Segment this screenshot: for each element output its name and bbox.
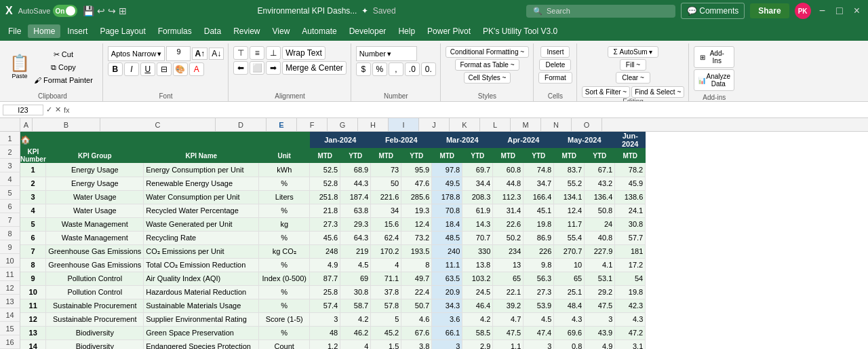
insert-cells-button[interactable]: Insert — [540, 46, 570, 58]
font-size-input[interactable]: 9 — [166, 46, 191, 61]
percent-button[interactable]: % — [372, 62, 387, 76]
font-name-selector[interactable]: Aptos Narrow▾ — [108, 46, 165, 61]
currency-button[interactable]: $ — [356, 62, 371, 76]
analyze-data-button[interactable]: 📊Analyze Data — [694, 69, 734, 91]
row-num-7[interactable]: 7 — [0, 213, 20, 227]
row-num-12[interactable]: 12 — [0, 281, 20, 295]
unit-header[interactable]: Unit — [259, 148, 310, 163]
mtd3-header[interactable]: MTD — [432, 148, 462, 163]
align-left-button[interactable]: ⬅ — [233, 61, 248, 75]
row-num-3[interactable]: 3 — [0, 159, 20, 172]
formula-check-icon[interactable]: ✓ — [46, 105, 52, 114]
delete-cells-button[interactable]: Delete — [539, 59, 571, 71]
mtd6-header[interactable]: MTD — [615, 148, 646, 163]
col-header-g[interactable]: G — [328, 118, 358, 131]
format-painter-button[interactable]: 🖌 Format Painter — [31, 75, 96, 86]
col-header-f[interactable]: F — [297, 118, 328, 131]
borders-button[interactable]: ⊟ — [157, 62, 172, 76]
format-cells-button[interactable]: Format — [538, 72, 572, 84]
undo-icon[interactable]: ↩ — [97, 5, 105, 16]
comments-button[interactable]: 💬 Comments — [681, 3, 745, 19]
align-right-button[interactable]: ➡ — [266, 61, 281, 75]
decrease-font-button[interactable]: A↓ — [209, 48, 224, 60]
name-box[interactable]: I23 — [3, 105, 43, 115]
kpi-group-header[interactable]: KPI Group — [46, 148, 144, 163]
col-header-a[interactable]: A — [20, 118, 33, 131]
col-header-n[interactable]: N — [541, 118, 572, 131]
addins-button[interactable]: ⊞Add-Ins — [694, 46, 734, 68]
ytd4-header[interactable]: YTD — [524, 148, 554, 163]
menu-automate[interactable]: Automate — [296, 24, 342, 38]
ytd1-header[interactable]: YTD — [340, 148, 371, 163]
bold-button[interactable]: B — [108, 62, 123, 76]
row-num-4[interactable]: 4 — [0, 172, 20, 186]
menu-developer[interactable]: Developer — [344, 24, 392, 38]
menu-pk-utility[interactable]: PK's Utility Tool V3.0 — [477, 24, 563, 38]
mtd5-header[interactable]: MTD — [554, 148, 585, 163]
menu-insert[interactable]: Insert — [62, 24, 93, 38]
save-icon[interactable]: 💾 — [83, 5, 94, 16]
menu-power-pivot[interactable]: Power Pivot — [422, 24, 476, 38]
row-num-1[interactable]: 1 — [0, 132, 20, 145]
share-button[interactable]: Share — [750, 3, 789, 18]
format-as-table-button[interactable]: Format as Table ~ — [455, 59, 519, 71]
col-header-b[interactable]: B — [33, 118, 100, 131]
mtd4-header[interactable]: MTD — [493, 148, 524, 163]
row-num-5[interactable]: 5 — [0, 186, 20, 200]
autosave-toggle[interactable]: On — [53, 5, 77, 17]
col-header-k[interactable]: K — [450, 118, 480, 131]
row-num-2[interactable]: 2 — [0, 145, 20, 159]
user-avatar[interactable]: PK — [795, 3, 811, 19]
home-cell[interactable]: 🏠 — [20, 132, 46, 148]
maximize-button[interactable]: □ — [833, 5, 846, 17]
align-bottom-button[interactable]: ⊥ — [266, 46, 281, 60]
sort-filter-button[interactable]: Sort & Filter ~ — [582, 86, 630, 98]
menu-page-layout[interactable]: Page Layout — [94, 24, 151, 38]
comma-button[interactable]: , — [389, 62, 403, 76]
col-header-h[interactable]: H — [358, 118, 389, 131]
feb-header[interactable]: Feb-2024 — [371, 132, 432, 148]
italic-button[interactable]: I — [124, 62, 139, 76]
redo-icon[interactable]: ↪ — [108, 5, 116, 16]
ytd2-header[interactable]: YTD — [401, 148, 432, 163]
col-header-l[interactable]: L — [480, 118, 511, 131]
row-num-10[interactable]: 10 — [0, 254, 20, 268]
row-num-9[interactable]: 9 — [0, 240, 20, 254]
col-header-c[interactable]: C — [100, 118, 216, 131]
kpi-num-header[interactable]: KPI Number — [20, 148, 46, 163]
menu-review[interactable]: Review — [228, 24, 265, 38]
formula-input[interactable] — [73, 109, 865, 111]
close-button[interactable]: × — [851, 5, 863, 17]
increase-font-button[interactable]: A↑ — [192, 48, 208, 60]
minimize-button[interactable]: − — [816, 5, 828, 17]
menu-file[interactable]: File — [3, 24, 26, 38]
mtd2-header[interactable]: MTD — [371, 148, 401, 163]
formula-cancel-icon[interactable]: ✕ — [55, 105, 61, 114]
menu-data[interactable]: Data — [199, 24, 226, 38]
grid-icon[interactable]: ⊞ — [119, 5, 127, 16]
merge-center-button[interactable]: Merge & Center — [282, 61, 347, 75]
formula-insert-icon[interactable]: fx — [64, 106, 70, 114]
col-header-d[interactable]: D — [216, 118, 267, 131]
row-num-11[interactable]: 11 — [0, 268, 20, 281]
menu-home[interactable]: Home — [28, 24, 60, 38]
autosum-button[interactable]: Σ AutoSum ▾ — [608, 46, 659, 58]
col-header-o[interactable]: O — [572, 118, 602, 131]
col-header-j[interactable]: J — [419, 118, 450, 131]
conditional-formatting-button[interactable]: Conditional Formatting ~ — [446, 46, 529, 58]
may-header[interactable]: May-2024 — [554, 132, 615, 148]
align-middle-button[interactable]: ≡ — [250, 46, 264, 60]
col-header-e[interactable]: E — [267, 118, 297, 131]
jun-header[interactable]: Jun-2024 — [615, 132, 646, 148]
search-box[interactable]: 🔍 Search — [526, 5, 675, 18]
cell-b1[interactable] — [46, 132, 144, 148]
paste-button[interactable]: 📋 Paste ✂ Cut ⧉ Copy 🖌 Format Painter — [7, 46, 98, 87]
row-num-14[interactable]: 14 — [0, 308, 20, 322]
copy-button[interactable]: ⧉ Copy — [31, 62, 96, 73]
menu-view[interactable]: View — [267, 24, 296, 38]
fill-button[interactable]: Fill ~ — [620, 59, 646, 71]
ytd3-header[interactable]: YTD — [462, 148, 493, 163]
cell-c1[interactable] — [144, 132, 259, 148]
row-num-8[interactable]: 8 — [0, 227, 20, 240]
row-num-15[interactable]: 15 — [0, 322, 20, 335]
